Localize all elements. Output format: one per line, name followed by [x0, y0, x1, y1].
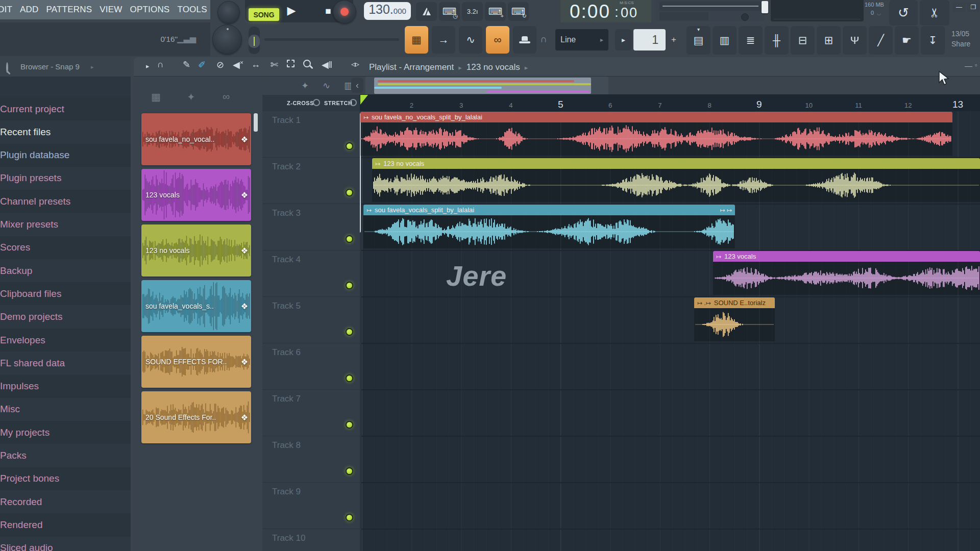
undo-button[interactable]: ↺ [889, 0, 918, 26]
browser-item-misc[interactable]: Misc [0, 398, 131, 421]
slip-tool-icon[interactable]: ↔ [251, 59, 260, 70]
move-handle-icon[interactable]: ❖ [241, 135, 248, 144]
time-display[interactable]: 0:00 : 00 M:S:CS [560, 0, 651, 22]
add-pattern-button[interactable]: + [668, 29, 680, 51]
mixer-icon[interactable]: ╫ [765, 26, 789, 55]
clip-title-bar[interactable]: ↦123 no vocals [372, 158, 980, 169]
menu-item-options[interactable]: OPTIONS [130, 5, 170, 15]
grid-view-icon[interactable]: ▦ [151, 91, 161, 103]
move-handle-icon[interactable]: ❖ [241, 302, 248, 311]
snap-magnet-icon[interactable]: ∩ [540, 34, 547, 45]
audio-clips-icon[interactable]: ✦ [187, 91, 195, 103]
picker-clip-3[interactable]: 123 no vocals❖ [141, 224, 251, 277]
master-volume-slider[interactable] [659, 2, 762, 11]
link-controllers-icon[interactable]: ∞ [486, 26, 509, 54]
slice-tool-icon[interactable]: ✄ [271, 59, 278, 70]
track-header-10[interactable]: Track 10· · · [262, 529, 360, 551]
audio-tab-icon[interactable]: ✦ [301, 80, 309, 91]
track-mute-led[interactable] [346, 467, 353, 475]
track-mute-led[interactable] [346, 374, 353, 382]
playlist-panel-icon[interactable]: ▤▾ [687, 26, 710, 55]
track-header-6[interactable]: Track 6· · · [262, 343, 360, 390]
browser-item-sliced-audio[interactable]: Sliced audio [0, 537, 131, 551]
move-handle-icon[interactable]: ❖ [241, 190, 248, 200]
piano-roll-icon[interactable]: ▥ [713, 26, 737, 55]
oscilloscope-panel[interactable] [771, 0, 864, 21]
track-mute-led[interactable] [346, 328, 353, 336]
clip-title-bar[interactable]: ↦sou favela_vocals_split_by_lalalai↦ ↦ [363, 205, 735, 215]
clip-waveform-area[interactable] [694, 308, 775, 341]
pattern-selector[interactable]: 1 [633, 29, 666, 51]
menu-item-view[interactable]: VIEW [100, 5, 122, 15]
picker-clip-2[interactable]: 123 vocals❖ [141, 169, 251, 221]
magnet-icon[interactable]: ∩ [157, 59, 164, 70]
track-mute-led[interactable] [346, 421, 353, 429]
stretch-checkbox[interactable] [350, 99, 357, 106]
linked-clips-icon[interactable]: ∞ [223, 91, 230, 103]
draw-tool-icon[interactable]: ✎ [183, 59, 190, 70]
wait-for-input-icon[interactable]: ⌨◷ [439, 2, 460, 21]
track-header-1[interactable]: Track 1· · · [262, 111, 360, 158]
menu-item-dit[interactable]: DIT [0, 5, 12, 15]
track-header-2[interactable]: Track 2· · · [262, 158, 360, 204]
browser-item-current-project[interactable]: Current project [0, 97, 131, 120]
browser-item-envelopes[interactable]: Envelopes [0, 329, 131, 352]
playlist-timeline[interactable]: 2345678910111213 [360, 94, 980, 111]
export-icon[interactable]: ↧ [921, 26, 945, 55]
browser-item-rendered[interactable]: Rendered [0, 513, 131, 536]
playlist-clip-5[interactable]: ↦ .↦SOUND E..torialz [694, 297, 775, 341]
playlist-clip-4[interactable]: ↦123 vocals [713, 251, 980, 295]
browser-item-my-projects[interactable]: My projects [0, 421, 131, 444]
paint-tool-icon[interactable]: ✐ [198, 59, 206, 70]
clip-waveform-area[interactable] [363, 215, 735, 248]
browser-item-impulses[interactable]: Impulses [0, 375, 131, 398]
performance-mode-icon[interactable] [513, 26, 536, 54]
clip-waveform-area[interactable] [713, 262, 980, 295]
master-pitch-slider[interactable] [659, 12, 708, 20]
picker-clip-5[interactable]: SOUND EFFECTS FOR..❖ [141, 336, 251, 388]
track-mute-led[interactable] [346, 189, 353, 196]
cut-tool-button[interactable]: ✂ [920, 0, 949, 26]
playlist-clip-3[interactable]: ↦sou favela_vocals_split_by_lalalai↦ ↦ [363, 205, 735, 248]
track-header-5[interactable]: Track 5· · · [262, 297, 360, 343]
snap-selector[interactable]: Line ▸ [555, 29, 608, 51]
shuttle-knob[interactable] [212, 24, 242, 54]
tempo-display[interactable]: 130.000 [364, 2, 411, 20]
song-mode-button[interactable]: SONG [249, 8, 279, 21]
browser-item-backup[interactable]: Backup [0, 259, 131, 282]
typing-keyboard-icon[interactable]: ⌨+ [485, 2, 506, 21]
browser-item-recent-files[interactable]: Recent files [0, 120, 131, 143]
slide-curve-icon[interactable]: ∿ [459, 26, 482, 54]
move-handle-icon[interactable]: ❖ [241, 357, 248, 367]
track-header-7[interactable]: Track 7· · · [262, 390, 360, 436]
playlist-maximize-icon[interactable]: ▫ [975, 61, 977, 69]
playlist-clip-2[interactable]: ↦123 no vocals [372, 158, 980, 202]
automation-tab-icon[interactable]: ∿ [323, 80, 330, 91]
picker-scrollbar[interactable] [254, 113, 258, 132]
track-mute-led[interactable] [346, 282, 353, 289]
browser-item-packs[interactable]: Packs [0, 444, 131, 467]
track-header-3[interactable]: Track 3· · · [262, 204, 360, 251]
track-header-8[interactable]: Track 8· · · [262, 436, 360, 483]
browser-item-scores[interactable]: Scores [0, 236, 131, 259]
browser-item-mixer-presets[interactable]: Mixer presets [0, 213, 131, 236]
jump-arrow-icon[interactable]: → [432, 26, 455, 54]
picker-clip-1[interactable]: sou favela_no_vocal..❖ [141, 113, 251, 165]
metronome-icon[interactable] [416, 2, 437, 21]
detach-icon[interactable]: ◃▹ [351, 59, 359, 69]
move-handle-icon[interactable]: ❖ [241, 246, 248, 256]
picker-clip-4[interactable]: sou favela_vocals_s..❖ [141, 280, 251, 332]
browser-item-recorded[interactable]: Recorded [0, 490, 131, 513]
menu-item-patterns[interactable]: PATTERNS [46, 5, 92, 15]
zoom-tool-icon[interactable] [303, 59, 311, 70]
plugin-picker-icon[interactable]: ⊞ [817, 26, 841, 55]
menu-item-tools[interactable]: TOOLS [177, 5, 207, 15]
channel-rack-icon[interactable]: ≣ [739, 26, 763, 55]
browser-item-channel-presets[interactable]: Channel presets [0, 190, 131, 213]
scroll-left-button[interactable]: ‹ [351, 78, 363, 93]
move-handle-icon[interactable]: ❖ [241, 413, 248, 422]
shuttle-slider-handle[interactable] [762, 1, 768, 13]
delete-tool-icon[interactable]: ⊘ [216, 59, 224, 70]
track-header-4[interactable]: Track 4· · · [262, 251, 360, 297]
browser-item-clipboard-files[interactable]: Clipboard files [0, 282, 131, 305]
